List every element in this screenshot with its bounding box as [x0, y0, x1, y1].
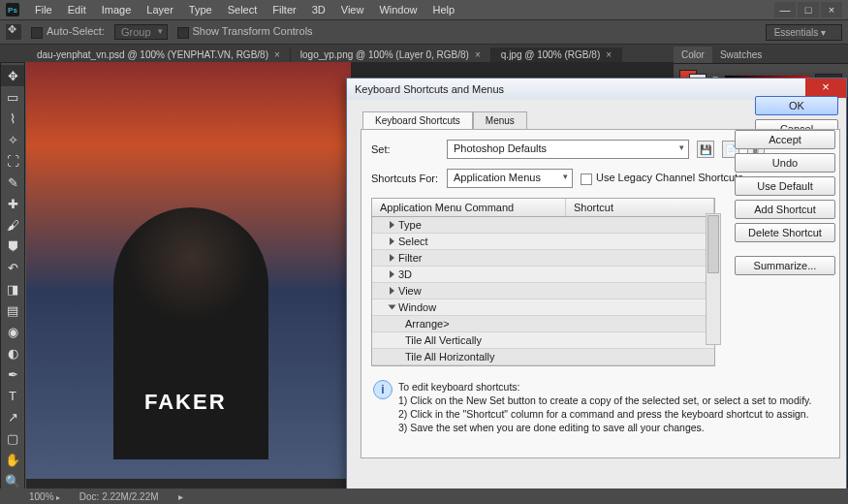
expand-icon[interactable]: [390, 254, 394, 262]
type-tool[interactable]: T: [1, 385, 24, 406]
eraser-tool[interactable]: ◨: [1, 278, 24, 299]
grid-row[interactable]: Tile All Vertically: [372, 332, 714, 349]
image-text: FAKER: [144, 390, 227, 415]
status-bar: 100% Doc: 2.22M/2.22M ▸: [0, 488, 848, 504]
ok-button[interactable]: OK: [755, 96, 838, 115]
menu-filter[interactable]: Filter: [265, 1, 303, 18]
menu-image[interactable]: Image: [94, 1, 140, 18]
app-icon: Ps: [6, 3, 19, 16]
set-dropdown[interactable]: Photoshop Defaults: [447, 140, 689, 159]
info-title: To edit keyboard shortcuts:: [398, 380, 811, 394]
auto-select-dropdown[interactable]: Group: [114, 24, 168, 40]
menu-view[interactable]: View: [333, 1, 372, 18]
zoom-level[interactable]: 100%: [29, 491, 60, 502]
info-icon: i: [373, 380, 393, 399]
keyboard-shortcuts-dialog: Keyboard Shortcuts and Menus × OK Cancel…: [346, 78, 847, 494]
history-brush-tool[interactable]: ↶: [1, 257, 24, 278]
grid-row[interactable]: Filter: [372, 250, 714, 267]
expand-icon[interactable]: [389, 305, 396, 310]
status-arrow-icon[interactable]: ▸: [178, 491, 183, 502]
maximize-button[interactable]: □: [798, 2, 819, 17]
crop-tool[interactable]: ⛶: [1, 150, 24, 172]
doc-tab-1[interactable]: dau-yenphat_vn.psd @ 100% (YENPHAT.VN, R…: [27, 47, 291, 62]
menu-3d[interactable]: 3D: [304, 1, 333, 18]
auto-select-label: Auto-Select:: [47, 25, 105, 37]
row-label: Type: [398, 219, 422, 231]
swatches-tab[interactable]: Swatches: [712, 47, 769, 63]
doc-tab-3[interactable]: q.jpg @ 100% (RGB/8)×: [491, 47, 622, 62]
col-command[interactable]: Application Menu Command: [372, 199, 566, 216]
col-shortcut[interactable]: Shortcut: [566, 199, 714, 216]
path-tool[interactable]: ↗: [1, 406, 24, 427]
menu-file[interactable]: File: [27, 1, 60, 18]
auto-select-checkbox[interactable]: [31, 27, 43, 39]
heal-tool[interactable]: ✚: [1, 193, 24, 214]
info-panel: i To edit keyboard shortcuts: 1) Click o…: [371, 376, 830, 438]
dialog-title: Keyboard Shortcuts and Menus: [355, 83, 504, 95]
close-button[interactable]: ×: [821, 2, 842, 17]
menu-edit[interactable]: Edit: [60, 1, 94, 18]
tab-keyboard-shortcuts[interactable]: Keyboard Shortcuts: [362, 111, 473, 129]
doc-size[interactable]: Doc: 2.22M/2.22M: [79, 491, 159, 502]
stamp-tool[interactable]: ⛊: [1, 236, 24, 257]
move-tool-icon: [6, 24, 21, 40]
legacy-checkbox[interactable]: [581, 173, 592, 185]
shortcuts-for-dropdown[interactable]: Application Menus: [447, 169, 573, 188]
menu-type[interactable]: Type: [181, 1, 220, 18]
move-tool[interactable]: ✥: [1, 65, 24, 86]
tab-menus[interactable]: Menus: [473, 111, 527, 129]
close-icon[interactable]: ×: [475, 49, 481, 60]
blur-tool[interactable]: ◉: [1, 321, 24, 342]
lasso-tool[interactable]: ⌇: [1, 108, 24, 129]
grid-row[interactable]: Arrange>: [372, 316, 714, 332]
show-transform-label: Show Transform Controls: [193, 25, 313, 37]
eyedropper-tool[interactable]: ✎: [1, 172, 24, 193]
delete-shortcut-button[interactable]: Delete Shortcut: [735, 223, 835, 242]
dialog-close-button[interactable]: ×: [805, 79, 846, 98]
grid-row[interactable]: 3D: [372, 267, 714, 283]
minimize-button[interactable]: —: [774, 2, 796, 17]
close-icon[interactable]: ×: [606, 49, 612, 60]
gradient-tool[interactable]: ▤: [1, 299, 24, 321]
hand-tool[interactable]: ✋: [1, 449, 24, 470]
expand-icon[interactable]: [390, 237, 394, 245]
wand-tool[interactable]: ✧: [1, 129, 24, 150]
accept-button[interactable]: Accept: [735, 130, 835, 149]
row-label: 3D: [398, 268, 412, 280]
menu-layer[interactable]: Layer: [139, 1, 181, 18]
summarize-button[interactable]: Summarize...: [735, 256, 835, 275]
workspace-switcher[interactable]: Essentials: [766, 24, 842, 41]
expand-icon[interactable]: [390, 221, 394, 229]
document-image: FAKER: [26, 62, 351, 479]
menu-help[interactable]: Help: [425, 1, 463, 18]
undo-button[interactable]: Undo: [735, 153, 835, 173]
grid-row[interactable]: Select: [372, 234, 714, 250]
scrollbar-thumb[interactable]: [707, 215, 719, 273]
add-shortcut-button[interactable]: Add Shortcut: [735, 200, 835, 219]
grid-row[interactable]: Window: [372, 299, 714, 316]
doc-tab-2[interactable]: logo_yp.png @ 100% (Layer 0, RGB/8)×: [291, 47, 491, 62]
brush-tool[interactable]: 🖌: [1, 214, 24, 236]
menu-select[interactable]: Select: [220, 1, 266, 18]
info-line-3: 3) Save the set when you are done editin…: [398, 421, 811, 434]
expand-icon[interactable]: [390, 270, 394, 278]
save-set-icon[interactable]: 💾: [697, 141, 714, 158]
row-label: Filter: [398, 252, 422, 264]
show-transform-group[interactable]: Show Transform Controls: [177, 25, 313, 38]
marquee-tool[interactable]: ▭: [1, 86, 24, 108]
menu-window[interactable]: Window: [371, 1, 424, 18]
window-controls: — □ ×: [774, 2, 842, 17]
use-default-button[interactable]: Use Default: [735, 176, 835, 196]
color-tab[interactable]: Color: [674, 47, 712, 63]
expand-icon[interactable]: [390, 287, 394, 295]
show-transform-checkbox[interactable]: [177, 27, 189, 39]
pen-tool[interactable]: ✒: [1, 363, 24, 385]
auto-select-group[interactable]: Auto-Select:: [31, 25, 105, 38]
close-icon[interactable]: ×: [274, 49, 280, 60]
grid-row[interactable]: Type: [372, 217, 714, 234]
grid-row[interactable]: View: [372, 283, 714, 299]
shape-tool[interactable]: ▢: [1, 427, 24, 449]
grid-row[interactable]: Tile All Horizontally: [372, 349, 714, 365]
grid-scrollbar[interactable]: [706, 213, 721, 345]
dodge-tool[interactable]: ◐: [1, 342, 24, 363]
